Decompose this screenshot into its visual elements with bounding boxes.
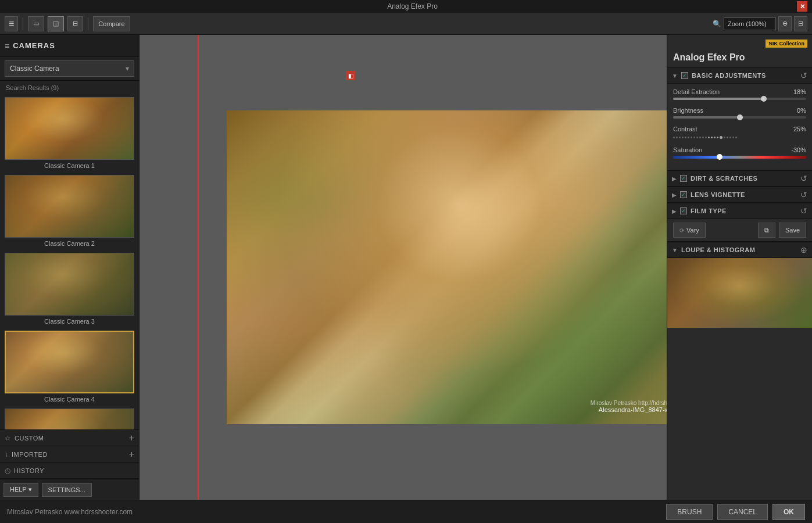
dot bbox=[676, 137, 678, 138]
film-type-section: ▶ ✓ FILM TYPE ↺ bbox=[667, 203, 812, 219]
dirt-scratches-reset-icon[interactable]: ↺ bbox=[800, 174, 807, 183]
lens-vignette-checkbox[interactable]: ✓ bbox=[680, 191, 687, 198]
detail-extraction-thumb[interactable] bbox=[761, 96, 767, 102]
loupe-expand-icon[interactable]: ⊕ bbox=[800, 245, 807, 255]
image-credit: Miroslav Petrasko http://hdrshoter.net bbox=[591, 400, 667, 406]
list-item[interactable]: Classic Camera 3 bbox=[5, 253, 134, 325]
search-results-label: Search Results (9) bbox=[0, 81, 139, 95]
settings-button[interactable]: SETTINGS... bbox=[42, 483, 92, 497]
view-single-button[interactable]: ▭ bbox=[28, 16, 44, 31]
action-buttons: BRUSH CANCEL OK bbox=[666, 504, 805, 520]
nik-logo-area: NIK Collection bbox=[667, 35, 812, 52]
cancel-button[interactable]: CANCEL bbox=[717, 504, 768, 520]
basic-adjustments-reset-icon[interactable]: ↺ bbox=[800, 71, 807, 80]
copy-preset-button[interactable]: ⧉ bbox=[758, 223, 775, 238]
imported-add-icon[interactable]: + bbox=[129, 449, 134, 460]
dot bbox=[685, 137, 686, 138]
dot bbox=[688, 137, 689, 138]
image-filename: Alessandra-IMG_8847-web.jpg bbox=[591, 406, 667, 413]
dirt-scratches-checkbox[interactable]: ✓ bbox=[680, 175, 687, 182]
vary-button[interactable]: ⟳ Vary bbox=[673, 223, 706, 238]
contrast-track[interactable] bbox=[673, 135, 806, 139]
custom-add-icon[interactable]: + bbox=[129, 433, 134, 443]
left-panel: ≡ CAMERAS Classic Camera ▾ Search Result… bbox=[0, 35, 139, 500]
dot bbox=[724, 137, 725, 138]
expand-arrow-icon: ▶ bbox=[672, 175, 677, 182]
saturation-label-row: Saturation -30% bbox=[673, 146, 806, 153]
expand-arrow-icon: ▼ bbox=[672, 73, 678, 79]
camera-dropdown[interactable]: Classic Camera ▾ bbox=[5, 60, 134, 77]
zoom-fit-button[interactable]: ⊕ bbox=[778, 16, 792, 31]
dirt-scratches-header[interactable]: ▶ ✓ DIRT & SCRATCHES ↺ bbox=[667, 170, 812, 187]
nik-collection-badge: NIK Collection bbox=[766, 40, 807, 48]
dirt-scratches-title: DIRT & SCRATCHES bbox=[691, 175, 757, 182]
imported-label: IMPORTED bbox=[12, 451, 48, 458]
loupe-histogram-header[interactable]: ▼ LOUPE & HISTOGRAM ⊕ bbox=[667, 242, 812, 258]
main-image-container: Miroslav Petrasko http://hdrshoter.net A… bbox=[227, 110, 667, 424]
thumbnail-label: Classic Camera 4 bbox=[5, 396, 134, 403]
list-item[interactable]: Classic Camera 1 bbox=[5, 97, 134, 169]
camera-dropdown-value: Classic Camera bbox=[10, 65, 59, 73]
ok-button[interactable]: OK bbox=[772, 504, 805, 520]
vary-icon: ⟳ bbox=[679, 227, 684, 234]
film-type-checkbox[interactable]: ✓ bbox=[680, 207, 687, 214]
bottom-credit: Miroslav Petrasko www.hdrsshooter.com bbox=[7, 508, 133, 516]
sidebar-menu-icon[interactable]: ≡ bbox=[5, 41, 9, 51]
canvas-area: ◧ Miroslav Petrasko http://hdrshoter.net… bbox=[139, 35, 667, 500]
list-item[interactable]: Classic Camera 5 bbox=[5, 409, 134, 429]
app-title-bar: Analog Efex Pro bbox=[28, 2, 797, 10]
dirt-scratches-section: ▶ ✓ DIRT & SCRATCHES ↺ bbox=[667, 170, 812, 187]
toolbar: ≡ ▭ ◫ ⊟ Compare 🔍 Zoom (100%) ⊕ ⊟ bbox=[0, 13, 812, 35]
compare-icon: ◧ bbox=[346, 71, 355, 80]
expand-arrow-icon: ▼ bbox=[672, 247, 678, 253]
toolbar-separator-2 bbox=[88, 17, 88, 30]
imported-section[interactable]: ↓ IMPORTED + bbox=[0, 446, 139, 463]
compare-line bbox=[198, 35, 199, 500]
zoom-input[interactable]: Zoom (100%) bbox=[724, 17, 776, 30]
left-panel-footer: HELP ▾ SETTINGS... bbox=[0, 479, 139, 500]
saturation-track[interactable] bbox=[673, 156, 806, 159]
bottom-bar: Miroslav Petrasko www.hdrsshooter.com BR… bbox=[0, 500, 812, 523]
custom-section[interactable]: ☆ CUSTOM + bbox=[0, 430, 139, 446]
brush-button[interactable]: BRUSH bbox=[666, 504, 713, 520]
list-item[interactable]: Classic Camera 2 bbox=[5, 175, 134, 247]
saturation-value: -30% bbox=[791, 146, 806, 153]
view-split-v-icon: ⊟ bbox=[73, 20, 78, 27]
detail-extraction-fill bbox=[673, 98, 764, 100]
loupe-preview bbox=[667, 258, 812, 328]
hamburger-menu-button[interactable]: ≡ bbox=[5, 16, 18, 31]
brightness-value: 0% bbox=[797, 107, 806, 114]
saturation-thumb[interactable] bbox=[717, 154, 722, 160]
right-panel: NIK Collection Analog Efex Pro ▼ ✓ BASIC… bbox=[667, 35, 812, 500]
custom-icon: ☆ bbox=[5, 434, 11, 442]
save-button[interactable]: Save bbox=[779, 223, 806, 238]
zoom-actual-button[interactable]: ⊟ bbox=[794, 16, 807, 31]
basic-adjustments-checkbox[interactable]: ✓ bbox=[681, 72, 688, 79]
imported-icon: ↓ bbox=[5, 450, 8, 458]
detail-extraction-label: Detail Extraction bbox=[673, 88, 720, 95]
detail-extraction-track[interactable] bbox=[673, 98, 806, 100]
brightness-thumb[interactable] bbox=[737, 114, 743, 120]
view-split-horizontal-button[interactable]: ◫ bbox=[48, 16, 64, 31]
film-type-reset-icon[interactable]: ↺ bbox=[800, 206, 807, 216]
compare-button[interactable]: Compare bbox=[93, 16, 130, 31]
film-type-header[interactable]: ▶ ✓ FILM TYPE ↺ bbox=[667, 203, 812, 219]
view-single-icon: ▭ bbox=[33, 20, 39, 27]
dot bbox=[691, 137, 692, 138]
brightness-label: Brightness bbox=[673, 107, 703, 114]
history-section[interactable]: ◷ HISTORY bbox=[0, 463, 139, 479]
view-split-vertical-button[interactable]: ⊟ bbox=[67, 16, 83, 31]
basic-adjustments-section: ▼ ✓ BASIC ADJUSTMENTS ↺ Detail Extractio… bbox=[667, 67, 812, 170]
search-icon: 🔍 bbox=[713, 20, 721, 28]
brightness-fill bbox=[673, 116, 740, 119]
dot bbox=[673, 137, 675, 138]
close-button[interactable]: ✕ bbox=[797, 1, 807, 12]
vary-save-row: ⟳ Vary ⧉ Save bbox=[667, 219, 812, 241]
lens-vignette-reset-icon[interactable]: ↺ bbox=[800, 190, 807, 199]
brightness-track[interactable] bbox=[673, 116, 806, 119]
list-item[interactable]: Classic Camera 4 bbox=[5, 331, 134, 403]
help-button[interactable]: HELP ▾ bbox=[3, 483, 38, 497]
dot bbox=[699, 137, 701, 138]
basic-adjustments-header[interactable]: ▼ ✓ BASIC ADJUSTMENTS ↺ bbox=[667, 67, 812, 84]
lens-vignette-header[interactable]: ▶ ✓ LENS VIGNETTE ↺ bbox=[667, 187, 812, 203]
